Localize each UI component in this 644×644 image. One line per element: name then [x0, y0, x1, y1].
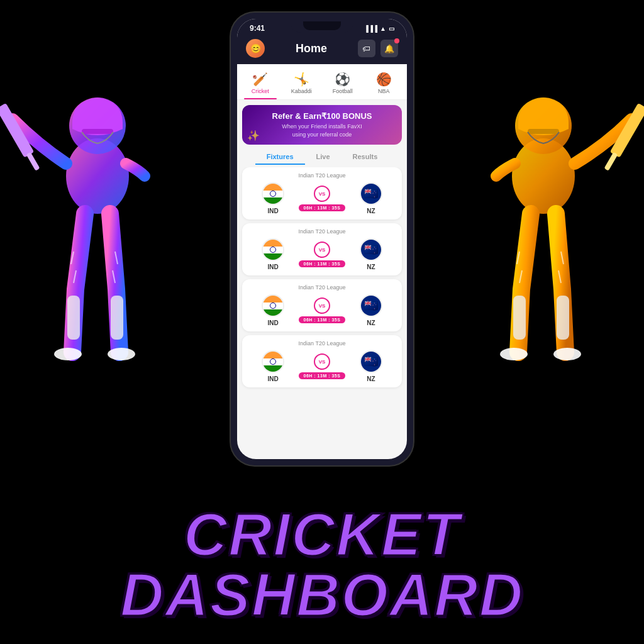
header-title: Home	[296, 42, 327, 55]
sport-tabs: 🏏 Cricket 🤸 Kabaddi ⚽ Football 🏀 NBA	[237, 64, 407, 100]
phone-screen: 9:41 ▐▐▐ ▲ ▭ 😊 Home 🏷 🔔	[237, 19, 407, 459]
avatar[interactable]: 😊	[246, 39, 265, 58]
league-name-4: Indian T20 League	[248, 340, 396, 347]
app-header: 😊 Home 🏷 🔔	[237, 35, 407, 64]
team-india-3: IND	[248, 294, 297, 326]
team-india-4: IND	[248, 350, 297, 382]
vs-area-4: VS 06H : 13M : 35S	[297, 353, 347, 379]
vs-icon-3: VS	[314, 297, 330, 314]
tab-football[interactable]: ⚽ Football	[322, 69, 364, 99]
team-india-1: IND	[248, 182, 297, 214]
india-name-4: IND	[267, 375, 278, 382]
notification-bell-button[interactable]: 🔔	[380, 40, 398, 57]
svg-point-19	[553, 348, 581, 360]
svg-rect-4	[26, 152, 40, 171]
match-teams-4: IND VS 06H : 13M : 35S 🇳🇿	[248, 350, 396, 382]
phone-wrapper: 9:41 ▐▐▐ ▲ ▭ 😊 Home 🏷 🔔	[231, 13, 413, 465]
svg-point-18	[500, 348, 528, 360]
header-icons: 🏷 🔔	[358, 40, 398, 57]
wifi-icon: ▲	[380, 25, 386, 32]
team-nz-2: 🇳🇿 NZ	[347, 238, 396, 270]
battery-icon: ▭	[389, 25, 394, 32]
match-card-3[interactable]: Indian T20 League IND	[242, 279, 402, 331]
vs-area-1: VS 06H : 13M : 35S	[297, 186, 347, 211]
tab-nba[interactable]: 🏀 NBA	[364, 69, 405, 99]
title-line2: DASHBOARD	[0, 565, 644, 625]
india-name-2: IND	[267, 264, 278, 270]
league-name-3: Indian T20 League	[248, 284, 396, 291]
svg-rect-12	[111, 296, 123, 340]
match-card-2[interactable]: Indian T20 League IND	[242, 223, 402, 275]
kabaddi-icon: 🤸	[294, 72, 309, 87]
team-nz-3: 🇳🇿 NZ	[347, 294, 396, 326]
vs-icon-1: VS	[314, 186, 330, 202]
svg-rect-15	[528, 129, 559, 134]
nz-flag-1: 🇳🇿	[360, 182, 382, 205]
promo-banner[interactable]: ✨ Refer & Earn₹100 BONUS When your Frien…	[242, 105, 402, 145]
tab-results[interactable]: Results	[341, 150, 389, 165]
india-name-3: IND	[267, 319, 278, 326]
football-label: Football	[333, 88, 353, 94]
nz-flag-3: 🇳🇿	[360, 294, 382, 317]
banner-subtitle: When your Friend installs FavXIusing you…	[251, 123, 393, 138]
svg-rect-17	[604, 152, 618, 171]
notification-dot	[394, 38, 399, 43]
match-teams-1: IND VS 06H : 13M : 35S 🇳🇿	[248, 182, 396, 214]
cricket-icon: 🏏	[252, 72, 268, 87]
tab-fixtures[interactable]: Fixtures	[255, 150, 305, 165]
league-name-2: Indian T20 League	[248, 228, 396, 235]
phone-notch	[291, 19, 353, 33]
team-nz-1: 🇳🇿 NZ	[347, 182, 396, 214]
svg-rect-2	[82, 129, 113, 134]
nz-name-1: NZ	[367, 208, 375, 214]
phone-frame: 9:41 ▐▐▐ ▲ ▭ 😊 Home 🏷 🔔	[231, 13, 413, 465]
banner-title: Refer & Earn₹100 BONUS	[251, 111, 393, 121]
svg-rect-11	[67, 296, 80, 340]
match-tabs: Fixtures Live Results	[242, 150, 402, 165]
sparkles-icon: ✨	[247, 130, 260, 142]
kabaddi-label: Kabaddi	[291, 88, 312, 94]
nz-name-4: NZ	[367, 375, 375, 382]
tab-cricket[interactable]: 🏏 Cricket	[240, 69, 281, 99]
vs-area-2: VS 06H : 13M : 35S	[297, 242, 347, 267]
nba-label: NBA	[378, 88, 390, 94]
status-icons: ▐▐▐ ▲ ▭	[364, 25, 394, 32]
match-timer-2: 06H : 13M : 35S	[299, 260, 346, 267]
match-card-1[interactable]: Indian T20 League IND	[242, 167, 402, 219]
cricket-label: Cricket	[252, 88, 269, 94]
vs-icon-2: VS	[314, 242, 330, 258]
team-nz-4: 🇳🇿 NZ	[347, 350, 396, 382]
tab-live[interactable]: Live	[305, 150, 341, 165]
nz-name-3: NZ	[367, 319, 375, 326]
india-flag-4	[262, 350, 284, 373]
svg-rect-24	[513, 296, 526, 340]
match-timer-4: 06H : 13M : 35S	[299, 372, 346, 379]
vs-icon-4: VS	[314, 353, 330, 370]
india-flag-1	[262, 182, 284, 205]
vs-area-3: VS 06H : 13M : 35S	[297, 297, 347, 323]
matches-list: Indian T20 League IND	[237, 167, 407, 459]
nba-icon: 🏀	[376, 72, 392, 87]
tab-kabaddi[interactable]: 🤸 Kabaddi	[281, 69, 323, 99]
nz-name-2: NZ	[367, 264, 375, 270]
svg-rect-25	[557, 296, 569, 340]
nz-flag-2: 🇳🇿	[360, 238, 382, 261]
league-name-1: Indian T20 League	[248, 172, 396, 179]
title-line1: CRICKET	[0, 504, 644, 565]
match-teams-3: IND VS 06H : 13M : 35S 🇳🇿	[248, 294, 396, 326]
india-flag-2	[262, 238, 284, 261]
page-title: CRICKET DASHBOARD	[0, 504, 644, 625]
nz-flag-4: 🇳🇿	[360, 350, 382, 373]
match-timer-3: 06H : 13M : 35S	[299, 316, 346, 323]
match-card-4[interactable]: Indian T20 League IND	[242, 335, 402, 387]
football-icon: ⚽	[335, 72, 350, 87]
status-time: 9:41	[250, 24, 265, 33]
india-flag-3	[262, 294, 284, 317]
tag-icon-button[interactable]: 🏷	[358, 40, 375, 57]
svg-point-6	[108, 348, 135, 360]
svg-point-5	[54, 348, 82, 360]
match-timer-1: 06H : 13M : 35S	[299, 204, 346, 211]
team-india-2: IND	[248, 238, 297, 270]
india-name-1: IND	[267, 208, 278, 214]
match-teams-2: IND VS 06H : 13M : 35S 🇳🇿	[248, 238, 396, 270]
